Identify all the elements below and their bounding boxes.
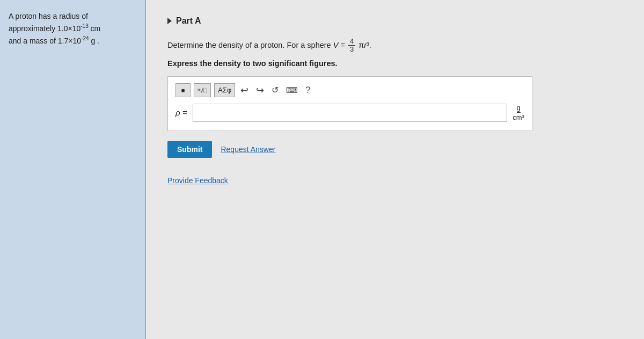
formula-v: V = <box>333 41 345 49</box>
provide-feedback-link[interactable]: Provide Feedback <box>167 176 623 185</box>
rho-label: ρ = <box>175 108 187 117</box>
unit-display: g cm³ <box>513 104 524 122</box>
radical-button[interactable]: ⁿ√□ <box>194 83 211 97</box>
redo-icon[interactable]: ↪ <box>254 83 266 97</box>
right-panel: Part A Determine the density of a proton… <box>146 0 644 339</box>
action-row: Submit Request Answer <box>167 141 623 158</box>
answer-box: ■ ⁿ√□ ΑΣφ ↩ ↪ ↺ ⌨ ? ρ = g cm³ <box>167 76 532 131</box>
formula-fraction: 4 3 <box>348 38 355 54</box>
density-input[interactable] <box>193 104 508 122</box>
part-a-title: Part A <box>176 16 201 26</box>
problem-statement: A proton has a radius of approximately 1… <box>9 11 136 46</box>
part-a-header: Part A <box>167 16 623 26</box>
input-row: ρ = g cm³ <box>175 104 524 122</box>
submit-button[interactable]: Submit <box>167 141 212 158</box>
refresh-icon[interactable]: ↺ <box>269 84 281 96</box>
undo-icon[interactable]: ↩ <box>238 83 251 97</box>
math-toolbar: ■ ⁿ√□ ΑΣφ ↩ ↪ ↺ ⌨ ? <box>175 83 524 97</box>
question-text: Determine the density of a proton. For a… <box>167 38 623 54</box>
keyboard-icon[interactable]: ⌨ <box>284 84 300 96</box>
unit-denominator: cm³ <box>513 113 524 122</box>
left-panel: A proton has a radius of approximately 1… <box>0 0 145 339</box>
greek-button[interactable]: ΑΣφ <box>214 83 235 97</box>
instruction-text: Express the density to two significant f… <box>167 59 623 68</box>
help-icon[interactable]: ? <box>303 84 312 96</box>
request-answer-link[interactable]: Request Answer <box>221 145 275 154</box>
unit-numerator: g <box>517 104 521 113</box>
formula-pir: πr³. <box>358 41 371 49</box>
collapse-icon[interactable] <box>167 18 172 24</box>
matrix-button[interactable]: ■ <box>175 83 191 97</box>
